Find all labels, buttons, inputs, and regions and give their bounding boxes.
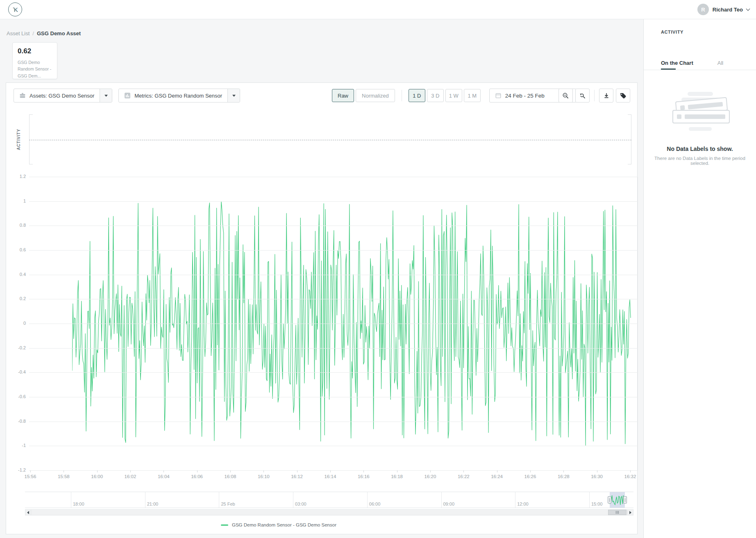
x-axis-tick xyxy=(430,470,431,472)
navigator-tick-label: 03:00 xyxy=(295,502,306,506)
breadcrumb-asset-list[interactable]: Asset List xyxy=(7,30,30,36)
x-axis-tick xyxy=(563,470,564,472)
x-axis-tick xyxy=(130,470,131,472)
y-axis-label: -1.2 xyxy=(6,467,26,472)
mode-button-raw[interactable]: Raw xyxy=(332,89,354,102)
x-axis-label: 16:12 xyxy=(284,474,310,479)
tab-all[interactable]: All xyxy=(717,60,723,71)
app-logo-icon[interactable]: ʼK xyxy=(8,2,22,16)
y-axis-label: -0.8 xyxy=(6,419,26,424)
y-gridline xyxy=(29,250,638,251)
metrics-icon xyxy=(124,92,131,99)
y-axis-label: -0.4 xyxy=(6,369,26,374)
illustration-blob xyxy=(688,92,713,96)
activity-sidebar: ACTIVITY On the Chart All No Data Labels… xyxy=(643,19,756,538)
y-axis-label: -0.2 xyxy=(6,345,26,350)
x-axis-tick xyxy=(597,470,597,472)
navigator-gridline xyxy=(71,492,71,508)
activity-strip-label: ACTIVITY xyxy=(16,129,21,150)
metrics-dropdown-main: Metrics: GSG Demo Random Sensor xyxy=(119,89,227,102)
chart-legend[interactable]: GSG Demo Random Sensor - GSG Demo Sensor xyxy=(6,522,551,527)
sidebar-title: ACTIVITY xyxy=(661,30,683,34)
download-button[interactable] xyxy=(599,89,613,103)
range-button-1m[interactable]: 1 M xyxy=(464,89,481,102)
range-button-1d[interactable]: 1 D xyxy=(409,89,425,102)
y-gridline xyxy=(29,446,638,446)
calendar-icon xyxy=(495,92,502,99)
tag-icon xyxy=(620,92,627,99)
x-axis-label: 16:14 xyxy=(317,474,343,479)
app-header: ʼK R Richard Teo xyxy=(0,0,756,19)
toolbar-divider xyxy=(402,90,402,101)
toolbar-divider xyxy=(594,90,595,101)
x-axis-label: 16:22 xyxy=(450,474,477,479)
x-axis-tick xyxy=(64,470,64,472)
metric-card[interactable]: 0.62 GSG Demo Random Sensor - GSG Dem... xyxy=(12,42,57,79)
navigator-tick-label: 18:00 xyxy=(73,502,84,506)
toolbar-center-group: Raw Normalized 1 D 3 D 1 W 1 M 24 Feb - … xyxy=(332,89,577,103)
y-gridline xyxy=(29,201,638,202)
user-menu[interactable]: R Richard Teo xyxy=(697,4,749,15)
metrics-dropdown-label: Metrics: GSG Demo Random Sensor xyxy=(134,93,222,99)
navigator-left-handle[interactable] xyxy=(608,496,611,504)
scroll-right-button[interactable] xyxy=(627,510,633,515)
x-axis-label: 16:04 xyxy=(150,474,177,479)
x-axis-tick xyxy=(197,470,198,472)
empty-state: No Data Labels to show. There are no Dat… xyxy=(644,89,756,166)
navigator-tick-label: 06:00 xyxy=(369,502,381,506)
y-axis-label: 0.2 xyxy=(6,296,26,301)
avatar-initial: R xyxy=(701,7,705,13)
metrics-dropdown[interactable]: Metrics: GSG Demo Random Sensor xyxy=(118,89,240,103)
x-axis-tick xyxy=(530,470,531,472)
x-axis-label: 16:30 xyxy=(584,474,610,479)
data-labels-tag-button[interactable] xyxy=(616,89,630,103)
navigator[interactable]: 18:0021:0025 Feb03:0006:0009:0012:0015:0… xyxy=(25,492,633,508)
y-axis-label: 1 xyxy=(6,198,26,203)
scroll-left-button[interactable] xyxy=(25,510,31,515)
y-gridline xyxy=(29,324,638,324)
zoom-out-icon xyxy=(562,92,569,99)
range-button-1w[interactable]: 1 W xyxy=(445,89,462,102)
x-axis-tick xyxy=(330,470,331,472)
y-gridline xyxy=(29,397,638,397)
metrics-dropdown-arrow[interactable] xyxy=(227,89,240,102)
x-axis-tick xyxy=(97,470,98,472)
toolbar-left-group: Assets: GSG Demo Sensor Metrics: GSG Dem… xyxy=(14,89,240,103)
x-axis-tick xyxy=(363,470,364,472)
assets-icon xyxy=(19,92,26,99)
legend-label: GSG Demo Random Sensor - GSG Demo Sensor xyxy=(232,522,336,527)
toolbar-right-group xyxy=(558,89,630,103)
breadcrumb-current: GSG Demo Asset xyxy=(37,30,81,36)
navigator-gridline xyxy=(515,492,515,508)
y-axis-label: -0.6 xyxy=(6,394,26,399)
x-axis-label: 16:24 xyxy=(484,474,510,479)
x-axis-label: 16:10 xyxy=(250,474,277,479)
navigator-scrollbar[interactable] xyxy=(25,509,633,515)
metric-label: GSG Demo Random Sensor - GSG Dem... xyxy=(18,59,52,79)
x-axis-tick xyxy=(497,470,497,472)
navigator-right-handle[interactable] xyxy=(623,496,627,504)
x-axis-label: 16:08 xyxy=(217,474,243,479)
zoom-out-button[interactable] xyxy=(558,89,573,103)
x-axis-label: 15:58 xyxy=(50,474,77,479)
x-axis-label: 16:00 xyxy=(84,474,110,479)
navigator-tick-label: 12:00 xyxy=(517,502,529,506)
mode-button-normalized[interactable]: Normalized xyxy=(356,89,395,102)
assets-dropdown-arrow[interactable] xyxy=(100,89,112,102)
activity-strip: ACTIVITY xyxy=(29,114,631,164)
scrollbar-thumb[interactable] xyxy=(608,510,627,515)
x-axis-tick xyxy=(397,470,397,472)
range-button-3d[interactable]: 3 D xyxy=(427,89,444,102)
x-axis-label: 15:56 xyxy=(17,474,43,479)
x-axis-label: 16:16 xyxy=(350,474,377,479)
download-icon xyxy=(603,92,610,99)
empty-state-subtitle: There are no Data Labels in the time per… xyxy=(644,156,756,166)
assets-dropdown[interactable]: Assets: GSG Demo Sensor xyxy=(14,89,112,103)
navigator-selection[interactable] xyxy=(610,492,625,508)
reset-zoom-button[interactable] xyxy=(575,89,590,103)
x-axis-label: 16:02 xyxy=(117,474,143,479)
triangle-right-icon xyxy=(629,511,631,514)
y-gridline xyxy=(29,299,638,299)
y-gridline xyxy=(29,422,638,422)
x-axis-tick xyxy=(297,470,297,472)
